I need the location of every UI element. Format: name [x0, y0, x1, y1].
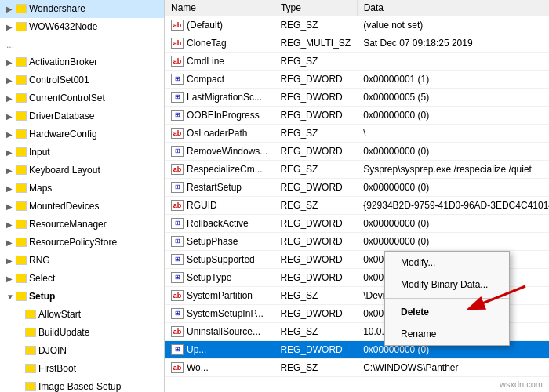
reg-sz-icon: ab — [171, 326, 184, 337]
cell-data — [357, 53, 549, 71]
table-row[interactable]: abCloneTag REG_MULTI_SZ Sat Dec 07 09:18… — [165, 34, 549, 53]
cell-name: ⊞SetupSupported — [165, 251, 274, 269]
cell-type: REG_SZ — [274, 287, 357, 305]
cell-data: 0x00000000 (0) — [357, 215, 549, 233]
reg-dword-icon: ⊞ — [171, 92, 184, 103]
tree-item[interactable]: ▶Keyboard Layout — [0, 162, 164, 180]
cell-data: Sysprep\sysprep.exe /respecialize /quiet — [357, 161, 549, 179]
cell-name: abOsLoaderPath — [165, 125, 274, 143]
cell-type: REG_SZ — [274, 359, 357, 377]
cell-name: ⊞RollbackActive — [165, 215, 274, 233]
tree-item[interactable]: ▶MountedDevices — [0, 198, 164, 216]
tree-item[interactable]: ▶Select — [0, 270, 164, 288]
tree-item[interactable]: ... — [0, 36, 164, 53]
reg-dword-icon: ⊞ — [171, 272, 184, 283]
cell-name: ab(Default) — [165, 16, 274, 34]
tree-item[interactable]: ▶Input — [0, 143, 164, 162]
tree-item[interactable]: ▼Setup — [0, 288, 164, 306]
tree-item[interactable]: ▶HardwareConfig — [0, 125, 164, 143]
table-row[interactable]: abWo... REG_SZ C:\WINDOWS\Panther — [165, 359, 549, 377]
tree-item[interactable]: ▶WOW6432Node — [0, 18, 164, 36]
col-name[interactable]: Name — [165, 0, 274, 16]
tree-item[interactable]: ▶RNG — [0, 252, 164, 270]
reg-dword-icon: ⊞ — [171, 254, 184, 265]
cell-data: 0x00000000 (0) — [357, 233, 549, 251]
tree-item[interactable]: ▶ResourcePolicyStore — [0, 234, 164, 252]
cell-type: REG_MULTI_SZ — [274, 34, 357, 53]
table-row[interactable]: ⊞RollbackActive REG_DWORD 0x00000000 (0) — [165, 215, 549, 233]
reg-dword-icon: ⊞ — [171, 236, 184, 247]
cell-type: REG_DWORD — [274, 89, 357, 107]
table-row[interactable]: ⊞SetupPhase REG_DWORD 0x00000000 (0) — [165, 233, 549, 251]
table-row[interactable]: ⊞RestartSetup REG_DWORD 0x00000000 (0) — [165, 179, 549, 197]
cell-data: \ — [357, 125, 549, 143]
tree-item[interactable]: ▶CurrentControlSet — [0, 89, 164, 107]
table-row[interactable]: abRespecializeCm... REG_SZ Sysprep\syspr… — [165, 161, 549, 179]
tree-item[interactable]: ▶DriverDatabase — [0, 107, 164, 125]
cell-name: abCloneTag — [165, 34, 274, 53]
cell-type: REG_SZ — [274, 323, 357, 341]
tree-item[interactable]: ▶FirstBoot — [0, 360, 164, 378]
cell-name: abRespecializeCm... — [165, 161, 274, 179]
reg-sz-icon: ab — [171, 290, 184, 301]
tree-item[interactable]: ▶Maps — [0, 180, 164, 198]
tree-item[interactable]: ▶BuildUpdate — [0, 324, 164, 342]
cell-name: ⊞RestartSetup — [165, 179, 274, 197]
cell-name: ⊞RemoveWindows... — [165, 143, 274, 161]
reg-sz-icon: ab — [171, 164, 184, 175]
col-type[interactable]: Type — [274, 0, 357, 16]
cell-data: 0x00000000 (0) — [357, 143, 549, 161]
col-data[interactable]: Data — [357, 0, 549, 16]
cell-type: REG_DWORD — [274, 233, 357, 251]
cell-type: REG_DWORD — [274, 71, 357, 89]
context-menu: Modify...Modify Binary Data...DeleteRena… — [384, 251, 510, 346]
cell-name: abUninstallSource... — [165, 323, 274, 341]
context-menu-separator — [385, 298, 509, 299]
cell-type: REG_DWORD — [274, 269, 357, 287]
cell-name: ⊞SetupPhase — [165, 233, 274, 251]
cell-name: ⊞SetupType — [165, 269, 274, 287]
reg-dword-icon: ⊞ — [171, 218, 184, 229]
watermark: wsxdn.com — [500, 379, 543, 389]
cell-name: abWo... — [165, 359, 274, 377]
cell-type: REG_SZ — [274, 16, 357, 34]
cell-type: REG_DWORD — [274, 107, 357, 125]
table-row[interactable]: abCmdLine REG_SZ — [165, 53, 549, 71]
cell-name: abRGUID — [165, 197, 274, 215]
reg-sz-icon: ab — [171, 38, 184, 49]
tree-item[interactable]: ▶Image Based Setup — [0, 378, 164, 392]
table-row[interactable]: ab(Default) REG_SZ (value not set) — [165, 16, 549, 34]
tree-item[interactable]: ▶DJOIN — [0, 342, 164, 360]
table-row[interactable]: ⊞LastMigrationSc... REG_DWORD 0x00000005… — [165, 89, 549, 107]
cell-type: REG_DWORD — [274, 251, 357, 269]
cell-type: REG_DWORD — [274, 341, 357, 359]
cell-data: 0x00000005 (5) — [357, 89, 549, 107]
cell-data: 0x00000000 (0) — [357, 107, 549, 125]
reg-sz-icon: ab — [171, 56, 184, 67]
cell-name: ⊞Up... — [165, 341, 274, 359]
table-row[interactable]: abRGUID REG_SZ {92934B2D-9759-41D0-96AD-… — [165, 197, 549, 215]
cell-type: REG_DWORD — [274, 143, 357, 161]
reg-dword-icon: ⊞ — [171, 146, 184, 157]
cell-data: (value not set) — [357, 16, 549, 34]
tree-item[interactable]: ▶ResourceManager — [0, 216, 164, 234]
table-row[interactable]: ⊞Compact REG_DWORD 0x00000001 (1) — [165, 71, 549, 89]
tree-item[interactable]: ▶ControlSet001 — [0, 71, 164, 89]
table-row[interactable]: ⊞OOBEInProgress REG_DWORD 0x00000000 (0) — [165, 107, 549, 125]
tree-item[interactable]: ▶AllowStart — [0, 306, 164, 324]
context-menu-item[interactable]: Modify Binary Data... — [385, 274, 509, 296]
cell-name: ⊞SystemSetupInP... — [165, 305, 274, 323]
cell-type: REG_DWORD — [274, 305, 357, 323]
table-row[interactable]: abOsLoaderPath REG_SZ \ — [165, 125, 549, 143]
tree-item[interactable]: ▶ActivationBroker — [0, 53, 164, 71]
tree-item[interactable]: ▶Wondershare — [0, 0, 164, 18]
cell-name: ⊞LastMigrationSc... — [165, 89, 274, 107]
cell-type: REG_SZ — [274, 161, 357, 179]
table-row[interactable]: ⊞RemoveWindows... REG_DWORD 0x00000000 (… — [165, 143, 549, 161]
context-menu-item[interactable]: Modify... — [385, 252, 509, 274]
context-menu-item[interactable]: Rename — [385, 323, 509, 345]
reg-dword-icon: ⊞ — [171, 110, 184, 121]
context-menu-item[interactable]: Delete — [385, 301, 509, 323]
cell-data: 0x00000001 (1) — [357, 71, 549, 89]
reg-sz-icon: ab — [171, 362, 184, 373]
